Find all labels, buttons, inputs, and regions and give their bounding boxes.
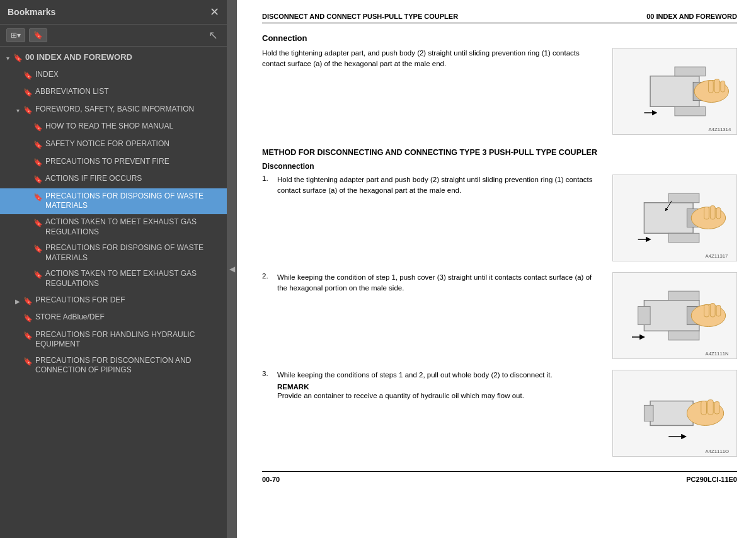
bookmark-item-abbrev[interactable]: 🔖ABBREVIATION LIST: [0, 84, 227, 101]
bookmark-icon-00-index: 🔖: [13, 52, 25, 64]
svg-rect-18: [710, 206, 715, 219]
expand-icon-foreword[interactable]: ▾: [13, 105, 23, 115]
bookmark-label-precautions-disconnect: PRECAUTIONS FOR DISCONNECTION AND CONNEC…: [35, 356, 222, 375]
expand-icon-how-to-read: [23, 122, 33, 123]
connection-title: Connection: [262, 33, 737, 43]
svg-rect-27: [668, 331, 699, 340]
expand-icon-precautions-waste: [23, 192, 33, 193]
expand-icon-precautions-disconnect: [13, 356, 23, 358]
bookmark-icon-precautions-def: 🔖: [23, 295, 35, 307]
bookmark-icon-precautions-waste2: 🔖: [33, 243, 45, 255]
collapse-icon: ◀: [229, 265, 235, 273]
disconnection-title: Disconnection: [262, 162, 737, 171]
svg-rect-40: [707, 400, 713, 415]
svg-rect-26: [668, 291, 699, 300]
expand-icon-precautions-waste2: [23, 243, 33, 245]
step2-diagram: A4Z1111N: [612, 272, 737, 359]
toolbar-bookmark-button[interactable]: 🔖: [29, 28, 47, 42]
bookmark-icon-precautions-waste: 🔖: [33, 192, 45, 203]
step-1-image: A4Z11317: [612, 175, 737, 263]
bookmark-icon-precautions-fire: 🔖: [33, 157, 45, 168]
bookmark-item-precautions-hydraulic[interactable]: 🔖PRECAUTIONS FOR HANDLING HYDRAULIC EQUI…: [0, 327, 227, 353]
step-3-image: A4Z1111O: [612, 370, 737, 459]
expand-icon-store-adblue: [13, 312, 23, 314]
bookmark-item-foreword[interactable]: ▾🔖FOREWORD, SAFETY, BASIC INFORMATION: [0, 101, 227, 119]
bookmark-icon-precautions-hydraulic: 🔖: [23, 330, 35, 341]
sidebar-collapse-arrow[interactable]: ◀: [227, 0, 237, 538]
bookmark-label-store-adblue: STORE AdBlue/DEF: [35, 312, 222, 323]
svg-text:A4Z11314: A4Z11314: [708, 127, 731, 132]
sidebar-toolbar: ⊞▾ 🔖 ↖: [0, 25, 227, 47]
bookmark-item-precautions-fire[interactable]: 🔖PRECAUTIONS TO PREVENT FIRE: [0, 154, 227, 171]
step-3-text: While keeping the conditions of steps 1 …: [277, 370, 602, 381]
svg-text:A4Z11317: A4Z11317: [706, 253, 728, 259]
expand-icon-precautions-fire: [23, 157, 33, 159]
expand-icon-precautions-def[interactable]: ▶: [13, 295, 23, 306]
bookmark-label-precautions-waste2: PRECAUTIONS FOR DISPOSING OF WASTE MATER…: [45, 243, 222, 263]
bookmark-icon-precautions-disconnect: 🔖: [23, 356, 35, 367]
bookmark-icon-how-to-read: 🔖: [33, 122, 45, 133]
bookmark-label-safety-notice: SAFETY NOTICE FOR OPERATION: [45, 139, 222, 149]
sidebar: Bookmarks ✕ ⊞▾ 🔖 ↖ ▾🔖00 INDEX AND FOREWO…: [0, 0, 227, 538]
bookmark-label-precautions-waste: PRECAUTIONS FOR DISPOSING OF WASTE MATER…: [45, 192, 222, 211]
expand-icon-actions-fire: [23, 174, 33, 176]
bookmark-item-actions-fire[interactable]: 🔖ACTIONS IF FIRE OCCURS: [0, 171, 227, 188]
bookmark-item-precautions-waste[interactable]: 🔖PRECAUTIONS FOR DISPOSING OF WASTE MATE…: [0, 188, 227, 214]
svg-rect-2: [675, 67, 706, 76]
disconnection-section: Disconnection 1. Hold the tightening ada…: [262, 162, 737, 459]
bookmark-label-how-to-read: HOW TO READ THE SHOP MANUAL: [45, 122, 222, 132]
bookmark-item-index[interactable]: 🔖INDEX: [0, 67, 227, 84]
remark-text: Provide an container to receive a quanti…: [277, 391, 602, 401]
bookmark-icon-index: 🔖: [23, 70, 35, 81]
expand-icon-precautions-hydraulic: [13, 330, 23, 332]
bookmark-label-abbrev: ABBREVIATION LIST: [35, 87, 222, 97]
bookmark-label-00-index: 00 INDEX AND FOREWORD: [25, 52, 222, 63]
bookmark-item-how-to-read[interactable]: 🔖HOW TO READ THE SHOP MANUAL: [0, 118, 227, 136]
bookmark-item-00-index[interactable]: ▾🔖00 INDEX AND FOREWORD: [0, 49, 227, 67]
svg-rect-37: [644, 405, 653, 421]
bookmark-label-precautions-def: PRECAUTIONS FOR DEF: [35, 295, 222, 306]
svg-rect-12: [644, 203, 693, 234]
step-2-image: A4Z1111N: [612, 272, 737, 361]
bookmark-item-actions-exhaust1[interactable]: 🔖ACTIONS TAKEN TO MEET EXHAUST GAS REGUL…: [0, 214, 227, 240]
step1-diagram: A4Z11317: [612, 175, 737, 261]
bookmark-item-precautions-disconnect[interactable]: 🔖PRECAUTIONS FOR DISCONNECTION AND CONNE…: [0, 353, 227, 379]
doc-header: DISCONNECT AND CONNECT PUSH-PULL TYPE CO…: [262, 13, 737, 23]
footer-page-num: 00-70: [262, 476, 280, 483]
step-3-num: 3.: [262, 370, 272, 377]
svg-text:A4Z1111O: A4Z1111O: [706, 449, 730, 454]
bookmark-icon-actions-fire: 🔖: [33, 174, 45, 185]
bookmark-item-precautions-waste2[interactable]: 🔖PRECAUTIONS FOR DISPOSING OF WASTE MATE…: [0, 240, 227, 266]
bookmark-icon-safety-notice: 🔖: [33, 139, 45, 151]
bookmark-item-safety-notice[interactable]: 🔖SAFETY NOTICE FOR OPERATION: [0, 136, 227, 154]
expand-icon-safety-notice: [23, 139, 33, 141]
step-2-num: 2.: [262, 272, 272, 280]
bookmark-label-precautions-fire: PRECAUTIONS TO PREVENT FIRE: [45, 157, 222, 167]
svg-rect-32: [716, 305, 721, 316]
connection-content: Hold the tightening adapter part, and pu…: [262, 48, 737, 137]
svg-rect-6: [708, 81, 713, 93]
connection-diagram: A4Z11314: [612, 48, 737, 135]
svg-rect-17: [704, 207, 709, 219]
bookmark-label-actions-exhaust2: ACTIONS TAKEN TO MEET EXHAUST GAS REGULA…: [45, 269, 222, 289]
svg-rect-19: [716, 207, 721, 218]
expand-icon-00-index[interactable]: ▾: [3, 52, 13, 62]
toolbar-view-button[interactable]: ⊞▾: [6, 28, 25, 42]
connection-section: Connection Hold the tightening adapter p…: [262, 33, 737, 137]
connection-text: Hold the tightening adapter part, and pu…: [262, 48, 600, 137]
expand-icon-actions-exhaust1: [23, 217, 33, 219]
bookmark-item-actions-exhaust2[interactable]: 🔖ACTIONS TAKEN TO MEET EXHAUST GAS REGUL…: [0, 266, 227, 292]
step-1-num: 1.: [262, 175, 272, 182]
step-1-block: 1. Hold the tightening adapter part and …: [262, 175, 737, 263]
svg-rect-8: [721, 81, 725, 91]
svg-rect-7: [714, 79, 719, 93]
method-title: METHOD FOR DISCONNECTING AND CONNECTING …: [262, 148, 737, 157]
sidebar-close-button[interactable]: ✕: [210, 5, 219, 19]
bookmark-item-precautions-def[interactable]: ▶🔖PRECAUTIONS FOR DEF: [0, 292, 227, 310]
svg-rect-31: [710, 304, 715, 317]
bookmark-icon-foreword: 🔖: [23, 105, 35, 116]
step-2-text: While keeping the condition of step 1, p…: [277, 272, 602, 294]
bookmark-label-precautions-hydraulic: PRECAUTIONS FOR HANDLING HYDRAULIC EQUIP…: [35, 330, 222, 350]
bookmark-item-store-adblue[interactable]: 🔖STORE AdBlue/DEF: [0, 309, 227, 327]
bookmark-icon-actions-exhaust2: 🔖: [33, 269, 45, 280]
